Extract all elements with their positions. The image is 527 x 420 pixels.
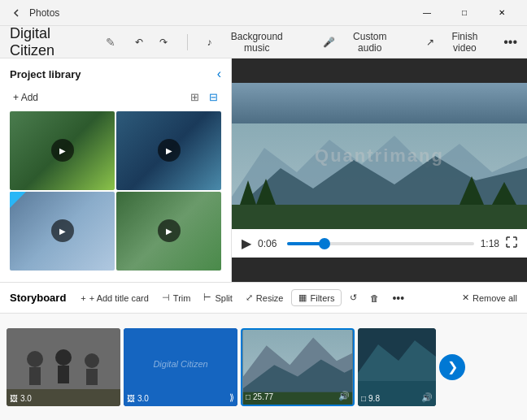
clip-forward-icon: ⟫: [229, 392, 234, 403]
maximize-button[interactable]: □: [446, 0, 483, 26]
storyboard-clips: 🖼 3.0 Digital Citizen 🖼 3.0 ⟫: [0, 314, 527, 420]
delete-button[interactable]: 🗑: [365, 291, 384, 305]
close-button[interactable]: ✕: [483, 0, 520, 26]
edit-name-icon[interactable]: ✎: [106, 36, 115, 49]
export-icon: ↗: [426, 37, 434, 48]
clip-type-icon: □: [246, 392, 250, 401]
media-thumbnail[interactable]: ▶: [116, 111, 221, 190]
clip-type-icon: 🖼: [10, 394, 18, 403]
play-overlay-icon: ▶: [51, 219, 74, 242]
video-preview-area: Quantrimang ▶ 0:06 1:18: [232, 58, 527, 282]
filters-button[interactable]: ▦ Filters: [291, 289, 342, 306]
minimize-button[interactable]: —: [408, 0, 446, 26]
redo-button[interactable]: ↷: [153, 33, 174, 51]
clip-item[interactable]: 🖼 3.0: [7, 328, 120, 406]
add-title-card-button[interactable]: + + Add title card: [76, 291, 154, 305]
progress-thumb[interactable]: [319, 238, 330, 249]
clip-duration: □ 9.8: [361, 394, 380, 403]
svg-rect-3: [232, 205, 527, 229]
app-title: Photos: [29, 7, 408, 19]
finish-video-button[interactable]: ↗ Finish video: [420, 28, 498, 57]
title-bar: Photos — □ ✕: [0, 0, 527, 26]
undo-button[interactable]: ↶: [128, 33, 150, 51]
media-thumbnail[interactable]: ▶: [10, 192, 115, 271]
undo-redo-group: ↶ ↷: [128, 33, 174, 51]
music-icon: ♪: [207, 37, 212, 48]
split-button[interactable]: ⊢ Split: [198, 290, 237, 305]
custom-audio-button[interactable]: 🎤 Custom audio: [316, 28, 407, 57]
play-overlay-icon: ▶: [158, 219, 181, 242]
total-time: 1:18: [481, 238, 499, 249]
fullscreen-button[interactable]: [506, 236, 517, 250]
clip-type-icon: □: [361, 394, 366, 403]
rotate-icon: ↺: [350, 292, 357, 303]
video-controls: ▶ 0:06 1:18: [232, 229, 527, 258]
clip-item[interactable]: □ 25.77 🔊: [241, 328, 355, 406]
collapse-sidebar-button[interactable]: ‹: [217, 67, 221, 81]
main-content: Project library ‹ + Add ⊞ ⊟ ▶ ▶ ▶ ▶: [0, 58, 527, 282]
storyboard-toolbar: Storyboard + + Add title card ⊣ Trim ⊢ S…: [0, 283, 527, 314]
current-time: 0:06: [258, 238, 281, 249]
delete-icon: 🗑: [370, 293, 379, 303]
add-media-button[interactable]: + Add: [10, 90, 41, 105]
more-options-button[interactable]: •••: [503, 35, 517, 50]
clip-duration: □ 25.77: [246, 392, 273, 401]
trim-button[interactable]: ⊣ Trim: [157, 290, 196, 305]
project-name-group: Digital Citizen ✎: [10, 25, 115, 59]
background-music-button[interactable]: ♪ Background music: [201, 28, 303, 57]
svg-point-11: [55, 349, 72, 366]
list-view-button[interactable]: ⊟: [206, 89, 221, 105]
svg-rect-14: [86, 369, 98, 385]
storyboard-label: Storyboard: [10, 292, 66, 304]
add-title-icon: +: [81, 293, 85, 303]
svg-rect-12: [58, 366, 69, 383]
project-name: Digital Citizen: [10, 25, 99, 59]
toolbar-right: ↗ Finish video •••: [420, 28, 517, 57]
main-toolbar: Digital Citizen ✎ ↶ ↷ ♪ Background music…: [0, 26, 527, 58]
filters-container: Add a filter ▦ Filters: [291, 289, 342, 306]
toolbar-divider: [187, 34, 188, 50]
clip-duration: 🖼 3.0: [10, 394, 32, 403]
filters-icon: ▦: [298, 292, 307, 303]
progress-track[interactable]: [287, 242, 474, 245]
project-library-sidebar: Project library ‹ + Add ⊞ ⊟ ▶ ▶ ▶ ▶: [0, 58, 232, 282]
grid-view-button[interactable]: ⊞: [187, 89, 203, 105]
corner-indicator: [10, 192, 26, 208]
clip-sound-icon: 🔊: [338, 391, 350, 401]
progress-bar-container[interactable]: [287, 242, 474, 245]
clip-sound-icon: 🔊: [421, 392, 433, 403]
window-controls: — □ ✕: [408, 0, 520, 26]
watermark: Quantrimang: [315, 145, 444, 167]
clip-item[interactable]: Digital Citizen 🖼 3.0 ⟫: [124, 328, 237, 406]
sidebar-toolbar: + Add ⊞ ⊟: [0, 86, 231, 108]
rotate-button[interactable]: ↺: [345, 290, 362, 305]
clip-item[interactable]: □ 9.8 🔊: [358, 328, 436, 406]
play-overlay-icon: ▶: [51, 139, 74, 162]
media-grid: ▶ ▶ ▶ ▶: [0, 108, 231, 274]
view-toggle: ⊞ ⊟: [187, 89, 221, 105]
back-button[interactable]: [7, 3, 26, 23]
svg-point-13: [85, 353, 99, 368]
svg-rect-10: [29, 367, 41, 385]
play-overlay-icon: ▶: [158, 139, 181, 162]
remove-all-button[interactable]: ✕ Remove all: [462, 292, 517, 303]
trim-icon: ⊣: [162, 292, 170, 303]
remove-all-icon: ✕: [462, 292, 469, 303]
sidebar-header: Project library ‹: [0, 58, 231, 86]
split-icon: ⊢: [203, 292, 211, 303]
clip-more-options-button[interactable]: •••: [387, 289, 409, 307]
svg-text:Digital Citizen: Digital Citizen: [153, 359, 207, 369]
resize-button[interactable]: ⤢ Resize: [241, 290, 289, 305]
fullscreen-icon: [506, 236, 517, 248]
audio-icon: 🎤: [323, 37, 335, 48]
media-thumbnail[interactable]: ▶: [10, 111, 115, 190]
next-clips-button[interactable]: ❯: [439, 354, 465, 380]
media-thumbnail[interactable]: ▶: [116, 192, 221, 271]
storyboard-area: Storyboard + + Add title card ⊣ Trim ⊢ S…: [0, 282, 527, 420]
clip-type-icon: 🖼: [127, 394, 135, 403]
sidebar-title: Project library: [10, 68, 81, 80]
video-preview: Quantrimang: [232, 83, 527, 229]
svg-point-9: [27, 351, 43, 367]
play-button[interactable]: ▶: [242, 236, 251, 251]
clip-duration: 🖼 3.0: [127, 394, 149, 403]
